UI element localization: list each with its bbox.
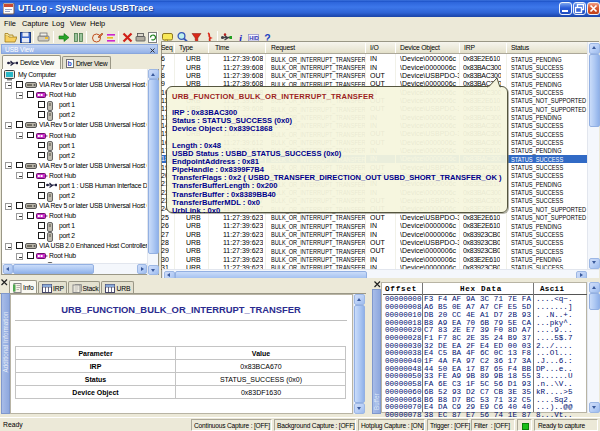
- svg-text:HID: HID: [249, 34, 259, 40]
- svg-text:b: b: [68, 60, 72, 67]
